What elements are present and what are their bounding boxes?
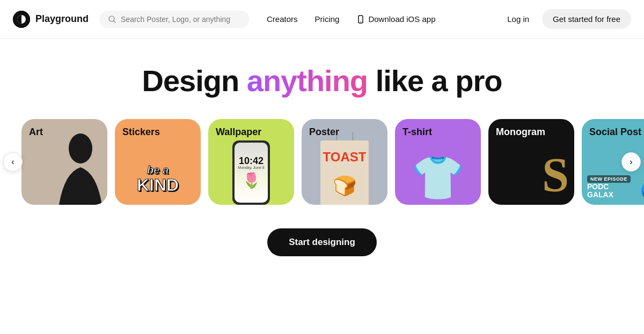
phone-flower-icon: 🌷 (242, 172, 261, 189)
start-designing-button[interactable]: Start designing (267, 228, 377, 256)
sticker-text: be a KIND (128, 164, 187, 195)
card-monogram[interactable]: Monogram S (488, 119, 574, 205)
phone-time: 10:42 (239, 156, 264, 166)
carousel-prev-button[interactable]: ‹ (3, 152, 23, 172)
header-right: Log in Get started for free (499, 9, 631, 29)
carousel-next-button[interactable]: › (621, 152, 641, 172)
main-content: Design anything like a pro ‹ Art (0, 39, 644, 256)
wallpaper-phone: 10:42 Monday, June 8 🌷 (232, 140, 270, 205)
social-title: PODC GALAX (587, 183, 613, 199)
nav-ios[interactable]: Download iOS app (350, 10, 442, 28)
search-icon (108, 15, 116, 24)
wallpaper-phone-screen: 10:42 Monday, June 8 🌷 (235, 143, 268, 203)
login-button[interactable]: Log in (499, 10, 538, 28)
chevron-left-icon: ‹ (11, 157, 14, 167)
card-poster[interactable]: Poster TOAST 🍞 (302, 119, 387, 205)
card-wallpaper[interactable]: Wallpaper 10:42 Monday, June 8 🌷 (208, 119, 294, 205)
logo-text: Playground (35, 13, 89, 25)
card-tshirt-label: T-shirt (402, 127, 432, 138)
logo[interactable]: Playground (13, 11, 89, 28)
hero-title: Design anything like a pro (142, 64, 502, 98)
card-social-label: Social Post (589, 127, 641, 138)
nav-pricing[interactable]: Pricing (309, 10, 346, 28)
svg-point-4 (361, 21, 362, 22)
sticker-line1: be a (128, 164, 187, 176)
header: Playground Creators Pricing Download iOS… (0, 0, 644, 39)
card-art[interactable]: Art (21, 119, 107, 205)
card-poster-label: Poster (309, 127, 339, 138)
card-monogram-label: Monogram (496, 127, 545, 138)
hero-section: Design anything like a pro ‹ Art (0, 39, 644, 256)
phone-date: Monday, June 8 (238, 166, 264, 169)
logo-icon (13, 11, 30, 28)
carousel: Art Stickers be a KIND (0, 119, 644, 205)
card-stickers-label: Stickers (122, 127, 160, 138)
search-bar[interactable] (99, 11, 250, 28)
main-nav: Creators Pricing Download iOS app (260, 10, 488, 28)
monogram-letter: S (542, 151, 569, 199)
hero-title-highlight: anything (247, 64, 368, 98)
card-art-label: Art (29, 127, 43, 138)
search-input[interactable] (121, 15, 241, 24)
sticker-line2: KIND (128, 176, 187, 195)
svg-point-5 (69, 133, 92, 164)
poster-string-right (353, 132, 353, 140)
phone-icon (356, 15, 365, 24)
carousel-wrapper: ‹ Art Stickers be a KIND (0, 119, 644, 205)
poster-bread-icon: 🍞 (333, 175, 357, 197)
hero-title-end: like a pro (368, 64, 502, 98)
tshirt-icon: 👕 (411, 157, 465, 199)
art-silhouette-icon (54, 130, 107, 205)
card-tshirt[interactable]: T-shirt 👕 (395, 119, 481, 205)
chevron-right-icon: › (630, 157, 632, 167)
card-wallpaper-label: Wallpaper (216, 127, 261, 138)
get-started-button[interactable]: Get started for free (542, 9, 631, 29)
social-globe-icon: 🌍 (640, 179, 644, 202)
social-title-line1: PODC (587, 183, 613, 191)
nav-creators[interactable]: Creators (260, 10, 304, 28)
social-title-line2: GALAX (587, 191, 613, 199)
poster-content: TOAST 🍞 (320, 140, 369, 205)
nav-ios-label: Download iOS app (368, 14, 435, 24)
poster-title-text: TOAST (323, 150, 367, 165)
hero-title-start: Design (142, 64, 246, 98)
social-badge: NEW EPISODE (587, 175, 631, 183)
card-stickers[interactable]: Stickers be a KIND (115, 119, 201, 205)
